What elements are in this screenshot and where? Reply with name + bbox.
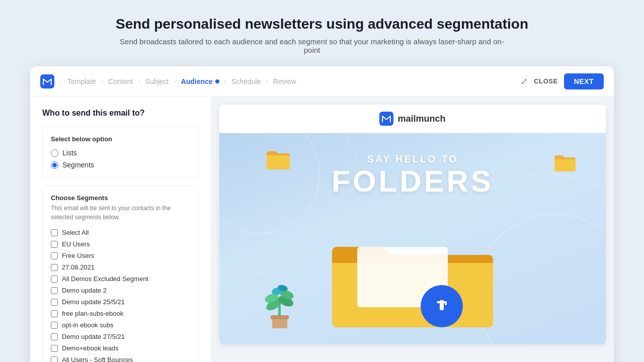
checkbox-input-9[interactable] xyxy=(51,333,58,340)
page-subtitle: Send broadcasts tailored to each audienc… xyxy=(116,37,508,54)
checkbox-label-2: Free Users xyxy=(62,252,94,259)
app-window: Template › Content › Subject › Audience … xyxy=(30,66,614,362)
step-arrow-5: › xyxy=(266,77,268,85)
checkbox-input-10[interactable] xyxy=(51,345,58,352)
radio-lists[interactable]: Lists xyxy=(51,149,190,157)
folder-small-right xyxy=(553,153,576,174)
checkbox-item-9[interactable]: Demo update 27/5/21 xyxy=(51,333,190,340)
plant-illustration xyxy=(260,277,300,334)
main-content: Who to send this email to? Select below … xyxy=(30,97,614,362)
checkbox-item-11[interactable]: All Users - Soft Bounces xyxy=(51,356,190,362)
step-arrow-1: › xyxy=(101,77,103,85)
checkbox-label-4: All Demos Excluded Segment xyxy=(62,275,148,283)
checkbox-label-9: Demo update 27/5/21 xyxy=(62,333,125,340)
nav-bar: Template › Content › Subject › Audience … xyxy=(30,66,614,97)
active-dot xyxy=(215,79,219,83)
checkbox-input-6[interactable] xyxy=(51,299,58,306)
page-title: Send personalised newsletters using adva… xyxy=(116,16,528,32)
checkbox-input-7[interactable] xyxy=(51,310,58,317)
checkbox-item-0[interactable]: Select All xyxy=(51,229,190,236)
svg-rect-0 xyxy=(40,74,54,88)
checkbox-item-5[interactable]: Demo update 2 xyxy=(51,287,190,294)
radio-segments[interactable]: Segments xyxy=(51,161,190,169)
expand-icon[interactable]: ⤢ xyxy=(520,76,528,87)
step-arrow-3: › xyxy=(174,77,176,85)
banner-folders: FOLDERS xyxy=(332,165,494,198)
checkbox-label-0: Select All xyxy=(62,229,89,236)
app-logo xyxy=(40,74,54,88)
svg-rect-6 xyxy=(440,300,444,310)
checkbox-input-1[interactable] xyxy=(51,241,58,248)
page-header: Send personalised newsletters using adva… xyxy=(116,16,528,54)
radio-segments-label: Segments xyxy=(62,161,94,169)
checkbox-input-4[interactable] xyxy=(51,276,58,283)
left-panel: Who to send this email to? Select below … xyxy=(30,97,211,362)
step-subject[interactable]: Subject xyxy=(142,75,172,87)
radio-lists-input[interactable] xyxy=(51,149,58,157)
checkbox-item-8[interactable]: opt-in ebook subs xyxy=(51,321,190,329)
steps-nav: Template › Content › Subject › Audience … xyxy=(64,75,520,87)
email-banner: SAY HELLO TO FOLDERS xyxy=(219,133,606,344)
select-option-label: Select below option xyxy=(51,135,190,143)
mailmunch-logo-icon xyxy=(379,112,393,126)
select-option-section: Select below option Lists Segments xyxy=(42,127,199,177)
checkbox-list: Select AllEU UsersFree Users27.08.2021Al… xyxy=(51,229,190,362)
checkbox-label-6: Demo update 25/5/21 xyxy=(62,298,125,306)
checkbox-input-2[interactable] xyxy=(51,252,58,259)
folder-small-left xyxy=(265,148,291,172)
step-schedule[interactable]: Schedule xyxy=(228,75,264,87)
main-folder-illustration xyxy=(317,227,508,339)
step-content[interactable]: Content xyxy=(105,75,136,87)
radio-segments-input[interactable] xyxy=(51,161,58,169)
checkbox-label-10: Demo+ebook leads xyxy=(62,344,118,352)
checkbox-item-4[interactable]: All Demos Excluded Segment xyxy=(51,275,190,283)
mailmunch-logo-text: mailmunch xyxy=(397,114,445,124)
step-audience[interactable]: Audience xyxy=(178,75,222,87)
checkbox-item-10[interactable]: Demo+ebook leads xyxy=(51,344,190,352)
close-button[interactable]: CLOSE xyxy=(534,77,557,85)
checkbox-label-11: All Users - Soft Bounces xyxy=(62,356,133,362)
checkbox-input-5[interactable] xyxy=(51,287,58,294)
svg-rect-5 xyxy=(445,301,447,305)
step-arrow-2: › xyxy=(138,77,140,85)
step-review[interactable]: Review xyxy=(270,75,299,87)
checkbox-label-7: free plan-subs-ebook xyxy=(62,310,123,317)
next-button[interactable]: NEXT xyxy=(564,73,604,89)
choose-segments-desc: This email will be sent to your contacts… xyxy=(51,204,190,222)
who-to-send-heading: Who to send this email to? xyxy=(42,109,199,118)
step-arrow-4: › xyxy=(224,77,226,85)
right-panel: mailmunch xyxy=(211,97,614,362)
checkbox-item-3[interactable]: 27.08.2021 xyxy=(51,263,190,271)
svg-rect-1 xyxy=(379,112,393,126)
email-preview: mailmunch xyxy=(219,105,606,344)
checkbox-item-6[interactable]: Demo update 25/5/21 xyxy=(51,298,190,306)
checkbox-label-1: EU Users xyxy=(62,240,90,248)
banner-say-hello: SAY HELLO TO xyxy=(332,153,494,165)
step-template[interactable]: Template xyxy=(64,75,99,87)
banner-text-container: SAY HELLO TO FOLDERS xyxy=(332,153,494,198)
checkbox-item-1[interactable]: EU Users xyxy=(51,240,190,248)
mailmunch-logo: mailmunch xyxy=(379,112,445,126)
checkbox-input-11[interactable] xyxy=(51,356,58,363)
radio-lists-label: Lists xyxy=(62,149,77,157)
checkbox-label-5: Demo update 2 xyxy=(62,287,107,294)
checkbox-input-3[interactable] xyxy=(51,264,58,271)
choose-segments-section: Choose Segments This email will be sent … xyxy=(42,186,199,362)
choose-segments-title: Choose Segments xyxy=(51,194,190,202)
checkbox-label-8: opt-in ebook subs xyxy=(62,321,114,329)
checkbox-input-0[interactable] xyxy=(51,229,58,236)
checkbox-label-3: 27.08.2021 xyxy=(62,263,95,271)
email-header: mailmunch xyxy=(219,105,606,133)
checkbox-input-8[interactable] xyxy=(51,322,58,329)
checkbox-item-7[interactable]: free plan-subs-ebook xyxy=(51,310,190,317)
checkbox-item-2[interactable]: Free Users xyxy=(51,252,190,259)
radio-group: Lists Segments xyxy=(51,149,190,169)
nav-right: ⤢ CLOSE NEXT xyxy=(520,73,604,89)
